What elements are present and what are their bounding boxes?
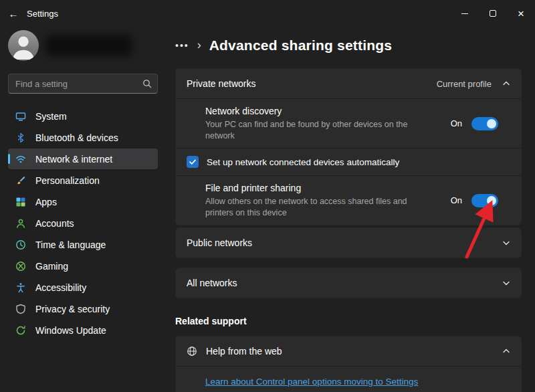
network-discovery-toggle[interactable] [471,117,498,130]
close-button[interactable]: × [507,0,535,27]
sidebar-item-windows-update[interactable]: Windows Update [8,320,158,340]
window-controls: × [451,0,535,27]
private-networks-card: Private networks Current profile Network… [175,68,522,225]
chevron-right-icon: › [197,39,201,53]
settings-window: ← Settings × [0,0,535,392]
time-language-icon [15,239,26,250]
auto-setup-devices-checkbox[interactable] [187,156,199,168]
maximize-icon [490,10,496,17]
toggle-knob [487,119,496,128]
network-discovery-description: Your PC can find and be found by other d… [205,119,429,142]
sidebar-item-label: Accounts [35,218,74,229]
back-button[interactable]: ← [0,0,27,27]
sidebar-item-label: Accessibility [35,282,86,293]
sidebar-item-label: Time & language [35,239,106,250]
back-arrow-icon: ← [9,8,19,19]
private-networks-title: Private networks [187,78,255,89]
search-icon [142,78,152,89]
private-networks-header[interactable]: Private networks Current profile [176,69,521,98]
file-printer-sharing-toggle-label: On [451,195,462,205]
breadcrumb-ellipsis-button[interactable]: ••• [175,40,189,51]
sidebar-item-system[interactable]: System [8,106,158,126]
window-title: Settings [27,9,58,19]
auto-setup-devices-row: Set up network connected devices automat… [176,148,521,175]
minimize-icon [461,13,468,14]
network-icon [15,154,26,165]
bluetooth-icon [15,132,26,143]
sidebar-item-accessibility[interactable]: Accessibility [8,277,158,298]
accounts-icon [15,218,26,229]
privacy-security-icon [15,304,26,314]
chevron-down-icon[interactable] [502,239,510,247]
sidebar-item-accounts[interactable]: Accounts [8,213,158,233]
public-networks-card: Public networks [175,227,522,258]
help-from-web-title: Help from the web [206,346,282,357]
maximize-button[interactable] [479,0,507,27]
all-networks-title: All networks [187,278,237,288]
user-profile[interactable] [8,28,158,63]
search-input[interactable] [8,74,158,94]
file-printer-sharing-description: Allow others on the network to access sh… [205,196,429,219]
apps-icon [15,197,26,207]
system-icon [15,111,26,122]
sidebar-item-network-internet[interactable]: Network & internet [8,149,158,169]
sidebar-item-gaming[interactable]: Gaming [8,256,158,276]
close-icon: × [518,8,524,19]
sidebar-item-personalization[interactable]: Personalization [8,170,158,191]
sidebar-item-label: Network & internet [35,154,112,165]
page-title: Advanced sharing settings [209,37,392,54]
network-discovery-title: Network discovery [205,105,429,118]
file-printer-sharing-title: File and printer sharing [205,182,429,195]
accessibility-icon [15,282,26,293]
file-printer-sharing-toggle[interactable] [471,194,498,207]
control-panel-options-link[interactable]: Learn about Control panel options moving… [205,377,418,387]
sidebar-item-apps[interactable]: Apps [8,191,158,212]
sidebar-item-label: Apps [35,197,57,207]
sidebar-item-label: Bluetooth & devices [35,132,118,143]
all-networks-header[interactable]: All networks [176,268,521,298]
personalization-icon [15,175,26,186]
current-profile-badge: Current profile [437,79,492,89]
chevron-up-icon[interactable] [502,80,510,88]
help-link-row: Learn about Control panel options moving… [176,366,521,392]
public-networks-header[interactable]: Public networks [176,228,521,258]
help-from-web-header[interactable]: Help from the web [176,336,521,366]
minimize-button[interactable] [451,0,479,27]
chevron-up-icon[interactable] [502,347,510,355]
sidebar-item-time-language[interactable]: Time & language [8,234,158,255]
sidebar-item-label: Gaming [35,261,68,272]
chevron-down-icon[interactable] [502,279,510,287]
main-content: ••• › Advanced sharing settings Private … [166,27,535,392]
toggle-knob [487,196,496,205]
network-discovery-row: Network discovery Your PC can find and b… [176,98,521,148]
sidebar-item-label: Privacy & security [35,304,110,314]
sidebar-item-label: Personalization [35,175,100,186]
gaming-icon [15,261,26,272]
sidebar: System Bluetooth & devices Network & int… [0,27,166,392]
network-discovery-toggle-label: On [451,118,462,128]
breadcrumb: ••• › Advanced sharing settings [175,33,522,58]
public-networks-title: Public networks [187,237,252,248]
sidebar-item-label: System [35,111,67,122]
auto-setup-devices-label: Set up network connected devices automat… [207,157,399,167]
titlebar: ← Settings × [0,0,535,27]
sidebar-nav: System Bluetooth & devices Network & int… [8,106,158,340]
user-name-redacted [45,35,132,56]
all-networks-card: All networks [175,268,522,298]
help-from-web-card: Help from the web Learn about Control pa… [175,336,522,392]
windows-update-icon [15,325,26,336]
globe-icon [187,346,197,357]
related-support-heading: Related support [175,316,522,326]
search-box [8,74,158,94]
avatar [8,30,39,61]
sidebar-item-label: Windows Update [35,325,106,336]
sidebar-item-bluetooth-devices[interactable]: Bluetooth & devices [8,127,158,148]
file-printer-sharing-row: File and printer sharing Allow others on… [176,175,521,225]
sidebar-item-privacy-security[interactable]: Privacy & security [8,298,158,319]
